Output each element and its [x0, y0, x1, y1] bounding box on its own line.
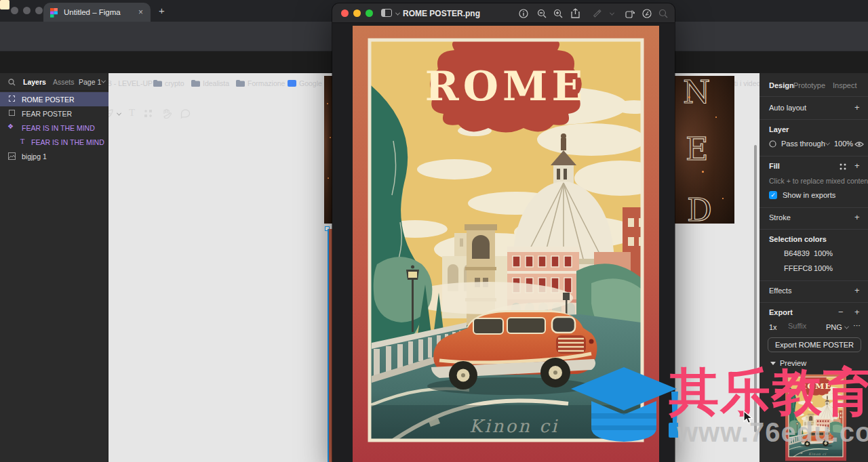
fear-poster-canvas-fragment-right[interactable]: N E D [675, 76, 734, 224]
zoom-in-icon[interactable] [553, 9, 563, 18]
page-selector[interactable]: Page 1 [79, 78, 101, 86]
blend-mode-select[interactable]: Pass through [781, 140, 825, 148]
layer-opacity[interactable]: 100% [834, 140, 853, 148]
info-icon[interactable] [519, 9, 528, 18]
fill-add-icon[interactable]: + [854, 161, 860, 171]
annotate-icon[interactable] [642, 9, 652, 18]
view-chevron-icon[interactable] [395, 11, 400, 16]
layer-row-rome-poster[interactable]: ROME POSTER [0, 92, 108, 106]
fragment-letter: D [687, 192, 712, 224]
search-icon[interactable] [8, 79, 16, 86]
window-close-button[interactable] [11, 7, 18, 14]
tab-title: Untitled – Figma [64, 8, 121, 16]
window-minimize-button[interactable] [23, 7, 31, 14]
color-swatch[interactable] [0, 0, 9, 9]
stroke-add-icon[interactable]: + [854, 212, 860, 222]
eye-icon[interactable] [854, 141, 864, 148]
markup-pen-icon[interactable] [593, 9, 602, 18]
check-icon: ✓ [770, 192, 776, 198]
export-section-label: Export [769, 308, 793, 316]
export-remove-icon[interactable]: − [838, 307, 844, 317]
effects-section-label: Effects [769, 287, 791, 295]
tab-assets[interactable]: Assets [53, 78, 75, 86]
sidebar-tabs: Layers Assets Page 1 [0, 73, 108, 91]
window-zoom-button[interactable] [35, 7, 43, 14]
markup-chevron-icon[interactable] [610, 11, 614, 16]
figma-favicon [50, 8, 58, 18]
fill-section-label: Fill [769, 162, 780, 170]
browser-tab[interactable]: Untitled – Figma × [43, 3, 151, 22]
watermark-graduation-cap [571, 366, 678, 453]
styles-icon[interactable] [840, 163, 846, 170]
fill-hint: Click + to replace mixed content. [769, 177, 868, 185]
fear-poster-letters: N E D [675, 76, 734, 224]
zoom-out-icon[interactable] [537, 9, 547, 18]
mouse-cursor [743, 411, 753, 424]
image-layer-icon [8, 152, 16, 160]
tab-close-icon[interactable]: × [138, 7, 143, 17]
share-icon[interactable] [571, 8, 580, 18]
frame-icon [9, 110, 15, 116]
layer-name: bigjpg 1 [22, 152, 47, 161]
export-suffix-input[interactable] [788, 322, 823, 330]
quicklook-title: ROME POSTER.png [403, 9, 480, 18]
blend-mode-icon[interactable] [769, 140, 776, 148]
layer-section-label: Layer [769, 125, 789, 133]
fragment-letter: E [686, 131, 709, 167]
layers-panel: Layers Assets Page 1 ROME POSTER FEAR PO… [0, 73, 108, 462]
stroke-section-label: Stroke [769, 213, 791, 222]
page-chevron-icon[interactable] [101, 79, 106, 83]
export-format-select[interactable]: PNG [826, 323, 842, 331]
layer-row-text[interactable]: T FEAR IS IN THE MIND [0, 135, 108, 149]
effects-add-icon[interactable]: + [854, 285, 860, 295]
window-minimize-button[interactable] [353, 9, 361, 17]
sidebar-view-icon[interactable] [381, 9, 392, 17]
export-button[interactable]: Export ROME POSTER [768, 337, 861, 352]
layer-name: FEAR IS IN THE MIND [22, 124, 95, 132]
selection-colors-label: Selection colors [769, 235, 827, 243]
tab-prototype[interactable]: Prototype [793, 81, 825, 89]
auto-layout-add-icon[interactable]: + [854, 102, 860, 112]
color-hex[interactable]: FFEFC8 [784, 264, 812, 272]
screen: Untitled – Figma × + ← → ⟳ figma.com/fil… [0, 0, 868, 462]
export-scale[interactable]: 1x [769, 323, 777, 331]
component-icon: ❖ [7, 123, 14, 130]
window-close-button[interactable] [341, 9, 349, 17]
color-opacity[interactable]: 100% [814, 264, 833, 272]
show-in-exports-checkbox[interactable]: ✓ [769, 191, 777, 199]
tab-design[interactable]: Design [769, 81, 794, 89]
layer-name: ROME POSTER [22, 96, 75, 104]
layer-name: FEAR IS IN THE MIND [31, 138, 104, 146]
fragment-letter: N [683, 76, 710, 110]
color-hex[interactable]: B64839 [784, 249, 810, 257]
layer-name: FEAR POSTER [22, 110, 72, 118]
layer-row-component[interactable]: ❖ FEAR IS IN THE MIND [0, 121, 108, 135]
export-more-icon[interactable]: ··· [853, 321, 861, 329]
layer-row-image[interactable]: bigjpg 1 [0, 149, 108, 163]
color-opacity[interactable]: 100% [814, 249, 833, 257]
window-zoom-button[interactable] [366, 9, 373, 17]
frame-icon [9, 96, 15, 102]
quicklook-titlebar: ROME POSTER.png [332, 3, 675, 23]
rotate-icon[interactable] [625, 9, 635, 18]
layer-row-fear-poster[interactable]: FEAR POSTER [0, 106, 108, 121]
tab-inspect[interactable]: Inspect [833, 81, 856, 89]
text-layer-icon: T [20, 138, 24, 145]
show-in-exports-label: Show in exports [783, 191, 835, 199]
search-icon[interactable] [658, 9, 668, 18]
tab-layers[interactable]: Layers [23, 78, 46, 86]
watermark-site-text: www.76edu.com [677, 419, 868, 446]
watermark-brand-text: 其乐教育 [669, 367, 868, 417]
new-tab-button[interactable]: + [159, 5, 165, 16]
auto-layout-label: Auto layout [769, 104, 806, 112]
export-add-icon[interactable]: + [854, 307, 860, 317]
